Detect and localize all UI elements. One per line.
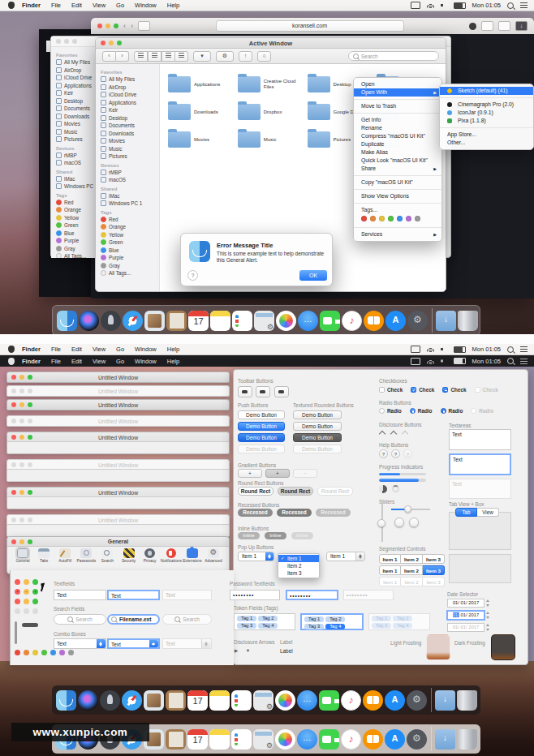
system-preferences-icon[interactable]: ⚙ [407,311,428,331]
menubar-item[interactable]: View [93,358,106,365]
system-info-icon[interactable] [254,311,274,331]
sidebar-item[interactable]: AirDrop [56,67,95,75]
spotlight-search-icon[interactable] [507,358,514,364]
itunes-icon[interactable]: ♪ [341,690,361,711]
sidebar-tag-item[interactable]: Gray [56,245,95,253]
ibooks-icon[interactable] [363,729,383,750]
radio-button[interactable]: Radio [441,408,463,414]
checkbox[interactable]: Check [411,387,434,393]
divider-icon[interactable] [428,688,433,712]
context-menu-item[interactable] [354,189,441,190]
help-button[interactable]: ? [391,449,400,458]
calendar-icon[interactable]: 17 [187,729,208,750]
tag-color-dots[interactable] [354,214,441,225]
contacts-icon[interactable] [166,311,187,331]
vertical-slider-knob[interactable] [377,519,385,527]
system-info-icon[interactable] [253,729,273,750]
token-field[interactable]: Tag 1Tag 2Tag 3Tag 4 [234,613,295,630]
contacts-icon[interactable] [166,729,186,750]
sidebar-toggle-icon[interactable] [138,21,150,31]
sidebar-item[interactable]: Downloads [101,130,159,138]
context-menu-item[interactable]: Open With [354,88,441,97]
submenu-item[interactable]: IconJar (0.9.1) [440,109,533,117]
menubar-item[interactable]: Go [116,358,124,365]
folder-item[interactable]: Creative Cloud Files [238,71,308,98]
wifi-icon[interactable] [427,2,434,8]
downloads-button-icon[interactable]: ↓ [515,21,528,31]
menubar-item[interactable]: File [51,358,61,365]
sidebar-item[interactable]: All My Files [101,75,159,84]
sidebar-item[interactable]: Windows PC 1 [101,200,159,208]
spotlight-search-icon[interactable] [507,346,514,353]
menubar-clock[interactable]: Mon 01:05 [472,346,501,353]
sidebar-tag-item[interactable]: Purple [56,237,95,245]
token-tag[interactable]: Tag 1 [237,616,256,621]
untitled-window[interactable]: Untitled Window [6,459,230,482]
display-icon[interactable] [411,346,420,353]
calendar-icon[interactable]: 17 [187,690,208,711]
toolbar-button[interactable] [274,386,289,397]
trash-icon[interactable] [458,311,478,331]
tabs-icon[interactable] [498,21,510,31]
volume-icon[interactable] [441,2,447,8]
divider-icon[interactable] [428,727,433,751]
textured-button[interactable]: Demo Button [293,422,342,431]
context-menu-item[interactable]: Share [354,165,441,173]
sidebar-tag-item[interactable]: All Tags... [56,252,95,258]
sidebar-item[interactable]: Applications [56,82,95,90]
segment[interactable]: Item 2 [401,554,423,564]
recessed-button[interactable]: Recessed [277,509,312,517]
safari-icon[interactable] [122,690,142,711]
text-field[interactable]: Text [54,590,106,600]
notes-icon[interactable] [210,311,230,331]
token-tag[interactable]: Tag 3 [304,624,324,629]
icon-view-icon[interactable] [134,51,148,62]
menubar-item[interactable]: Help [167,346,179,353]
apple-icon[interactable] [8,2,15,9]
textarea-focused[interactable]: Text [449,453,511,475]
context-menu-item[interactable] [354,175,441,176]
segmented-control[interactable]: Item 1Item 2Item 3 [379,565,445,575]
context-menu-item[interactable]: Copy "macOS UI Kit" [354,178,441,187]
sidebar-tag-item[interactable]: Green [101,238,159,247]
menubar-clock[interactable]: Mon 01:05 [472,358,501,365]
popup-menu-item[interactable]: Item 3 [278,569,319,577]
sidebar-item[interactable]: Movies [101,137,159,145]
apple-icon[interactable] [8,346,15,353]
context-menu-item-services[interactable]: Services [354,230,441,238]
menubar-item[interactable]: Finder [22,346,41,353]
context-menu-item[interactable]: Tags... [354,206,441,214]
context-menu-item[interactable]: Make Alias [354,148,441,157]
date-field-focused[interactable]: 01/ 01/ 2017 [447,611,484,620]
textarea[interactable]: Text [449,429,511,450]
share-icon[interactable]: ↑ [239,51,252,62]
token-tag[interactable]: Tag 3 [237,623,256,629]
submenu-item[interactable] [440,127,533,128]
textured-button[interactable]: Demo Button [293,445,342,453]
preferences-toolbar-item[interactable]: General [12,548,33,563]
system-info-icon[interactable] [253,690,273,711]
app-store-icon[interactable]: A [385,729,405,750]
gradient-button[interactable]: − [293,469,317,478]
mail-icon[interactable] [144,690,164,711]
combo-box-focused[interactable]: Text [107,638,160,649]
menubar-item[interactable]: Help [167,2,179,9]
search-field[interactable]: Search [54,614,106,625]
folder-item[interactable]: Dropbox [238,98,308,126]
submenu-item[interactable]: Other... [440,139,533,147]
preferences-toolbar-item[interactable]: Tabs [33,548,54,563]
spotlight-search-icon[interactable] [507,2,514,9]
token-tag[interactable]: Tag 1 [304,616,324,622]
recessed-button[interactable]: Recessed [238,509,273,517]
coverflow-view-icon[interactable] [175,51,188,62]
sidebar-item[interactable]: iCloud Drive [101,91,159,99]
finder-icon[interactable] [56,690,76,711]
context-menu-item[interactable]: Open [354,80,441,88]
gradient-button[interactable]: + [238,469,262,478]
preferences-toolbar-item[interactable]: Advanced [203,548,224,563]
volume-icon[interactable] [441,359,447,364]
siri-icon[interactable] [78,690,98,711]
toolbar-button[interactable] [238,386,252,397]
column-view-icon[interactable] [161,51,175,62]
search-field-focused[interactable]: Filename.ext [107,614,160,625]
